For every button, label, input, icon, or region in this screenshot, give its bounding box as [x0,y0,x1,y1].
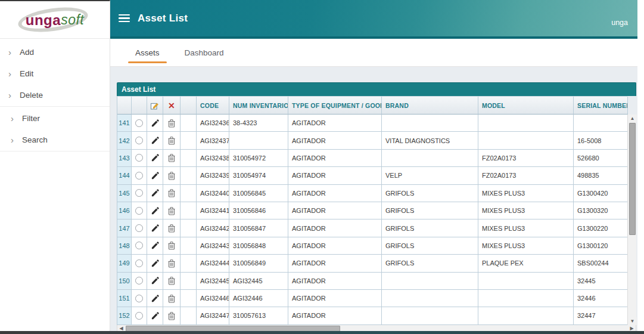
row-delete-button[interactable] [163,237,181,255]
cell-brand[interactable]: VELP [382,167,478,184]
row-delete-button[interactable] [163,307,181,324]
cell-code[interactable]: AGI32447 [197,307,229,324]
cell-serial[interactable]: G1300120 [574,237,628,255]
row-select-radio[interactable] [132,237,147,255]
cell-code[interactable]: AGI32440 [197,185,229,202]
cell-serial[interactable] [574,115,628,132]
row-select-radio[interactable] [132,307,147,324]
header-cell-serial[interactable]: SERIAL NUMBER [574,97,628,115]
cell-code[interactable]: AGI32444 [197,255,229,272]
cell-num-inventario[interactable]: 310056849 [229,255,288,272]
row-delete-button[interactable] [163,273,181,290]
cell-serial[interactable]: G1300220 [574,219,628,237]
cell-num-inventario[interactable]: 310054974 [229,167,288,184]
user-label[interactable]: unga [611,18,628,27]
tab-assets[interactable]: Assets [127,39,168,66]
cell-serial[interactable]: 32445 [574,273,628,290]
cell-type[interactable]: AGITADOR [288,185,382,202]
cell-model[interactable] [478,290,574,307]
row-edit-button[interactable] [147,219,163,237]
cell-brand[interactable]: GRIFOLS [382,237,478,255]
cell-brand[interactable] [382,150,478,167]
row-delete-button[interactable] [163,255,181,272]
header-cell-brand[interactable]: BRAND [382,97,478,115]
vertical-scrollbar[interactable]: ▲ ▼ [627,115,636,325]
scroll-up-arrow-icon[interactable]: ▲ [628,115,637,122]
sidebar-item-add[interactable]: › Add [0,41,110,63]
cell-num-inventario[interactable]: 310057613 [229,307,288,324]
cell-code[interactable]: AGI32441 [197,202,229,219]
cell-brand[interactable]: GRIFOLS [382,255,478,272]
row-edit-button[interactable] [147,290,163,307]
cell-model[interactable] [478,132,574,149]
scroll-down-arrow-icon[interactable]: ▼ [628,317,637,325]
header-cell-code[interactable]: CODE [197,97,229,115]
cell-brand[interactable]: GRIFOLS [382,185,478,202]
row-edit-button[interactable] [147,150,163,167]
sidebar-item-delete[interactable]: › Delete [0,84,110,106]
row-delete-button[interactable] [163,219,181,237]
header-cell-model[interactable]: MODEL [478,97,574,115]
row-select-radio[interactable] [132,115,147,132]
cell-type[interactable]: AGITADOR [288,255,382,272]
row-delete-button[interactable] [163,202,181,219]
row-select-radio[interactable] [132,167,147,184]
cell-serial[interactable]: SBS00244 [574,255,628,272]
cell-brand[interactable]: VITAL DIAGNOSTICS [382,132,478,149]
cell-code[interactable]: AGI32443 [197,237,229,255]
cell-type[interactable]: AGITADOR [288,273,382,290]
sidebar-item-edit[interactable]: › Edit [0,63,110,84]
cell-model[interactable] [478,115,574,132]
cell-serial[interactable]: G1300320 [574,202,628,219]
row-delete-button[interactable] [163,150,181,167]
row-edit-button[interactable] [147,167,163,184]
cell-type[interactable]: AGITADOR [288,115,382,132]
cell-model[interactable] [478,307,574,324]
row-edit-button[interactable] [147,255,163,272]
cell-code[interactable]: AGI32436 [197,115,229,132]
sidebar-item-search[interactable]: › Search [0,129,110,150]
header-cell-num-inventario[interactable]: NUM INVENTARIO [229,97,288,115]
cell-num-inventario[interactable]: 310054972 [229,150,288,167]
cell-model[interactable]: MIXES PLUS3 [478,219,574,237]
row-edit-button[interactable] [147,115,163,132]
cell-model[interactable]: MIXES PLUS3 [478,237,574,255]
cell-brand[interactable] [382,290,478,307]
cell-brand[interactable]: GRIFOLS [382,219,478,237]
row-select-radio[interactable] [132,255,147,272]
cell-type[interactable]: AGITADOR [288,237,382,255]
row-edit-button[interactable] [147,132,163,149]
row-delete-button[interactable] [163,167,181,184]
cell-brand[interactable] [382,273,478,290]
cell-serial[interactable]: 16-5008 [574,132,628,149]
cell-type[interactable]: AGITADOR [288,202,382,219]
cell-num-inventario[interactable]: 310056847 [229,219,288,237]
cell-serial[interactable]: G1300420 [574,185,628,202]
cell-model[interactable]: MIXES PLUS3 [478,185,574,202]
cell-type[interactable]: AGITADOR [288,307,382,324]
row-edit-button[interactable] [147,237,163,255]
header-delete-button[interactable]: ✕ [163,97,181,115]
cell-num-inventario[interactable]: 310056848 [229,237,288,255]
cell-brand[interactable] [382,115,478,132]
cell-brand[interactable] [382,307,478,324]
row-edit-button[interactable] [147,273,163,290]
cell-model[interactable]: FZ02A0173 [478,150,574,167]
cell-num-inventario[interactable] [229,132,288,149]
hamburger-menu-icon[interactable] [119,13,130,24]
row-select-radio[interactable] [132,273,147,290]
cell-code[interactable]: AGI32439 [197,167,229,184]
row-select-radio[interactable] [132,290,147,307]
cell-model[interactable] [478,273,574,290]
cell-model[interactable]: MIXES PLUS3 [478,202,574,219]
cell-num-inventario[interactable]: 310056846 [229,202,288,219]
cell-serial[interactable]: 526680 [574,150,628,167]
row-select-radio[interactable] [132,132,147,149]
cell-model[interactable]: FZ02A0173 [478,167,574,184]
header-edit-button[interactable] [147,97,163,115]
row-delete-button[interactable] [163,132,181,149]
cell-num-inventario[interactable]: 38-4323 [229,115,288,132]
cell-serial[interactable]: 498835 [574,167,628,184]
cell-num-inventario[interactable]: AGI32446 [229,290,288,307]
row-select-radio[interactable] [132,185,147,202]
